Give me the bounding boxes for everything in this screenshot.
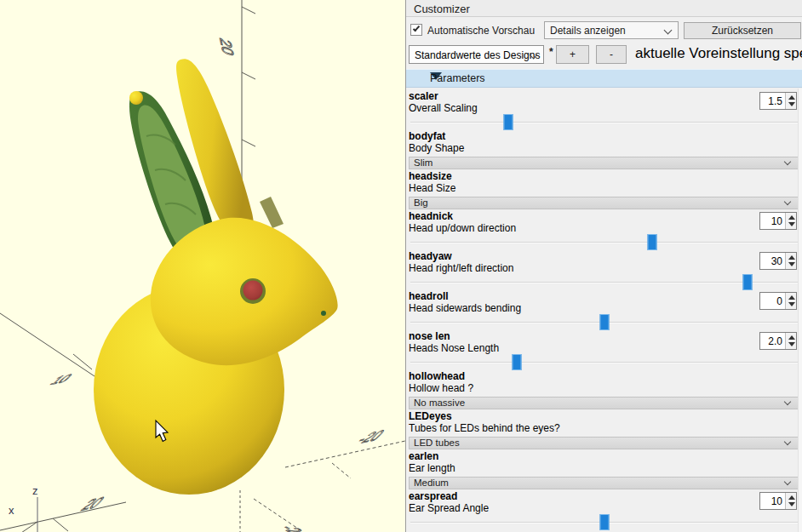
spinbox-value: 30 — [771, 255, 782, 267]
vertical-scrollbar[interactable] — [798, 89, 802, 532]
slider-track — [410, 122, 798, 123]
param-description: Head up/down direction — [409, 222, 799, 234]
dropdown-value: Slim — [414, 157, 433, 168]
details-select[interactable]: Details anzeigen — [544, 21, 679, 39]
param-name: bodyfat — [409, 131, 799, 142]
param-description: Head sidewards bending — [409, 302, 799, 314]
bunny-nose-dot — [321, 311, 326, 316]
param-name: headyaw — [409, 251, 799, 262]
earspread-spinbox[interactable]: 10 — [759, 492, 797, 510]
param-name: hollowhead — [409, 371, 799, 382]
scaler-spinbox[interactable]: 1.5 — [759, 92, 797, 110]
slider-handle[interactable] — [600, 514, 610, 530]
param-name: scaler — [409, 91, 799, 102]
dropdown-value: LED tubes — [414, 438, 460, 448]
spinbox-value: 2.0 — [768, 335, 782, 347]
param-headnick: headnick Head up/down direction 10 — [406, 209, 802, 249]
param-bodyfat: bodyfat Body Shape Slim — [406, 129, 802, 169]
spin-down-icon[interactable] — [788, 102, 795, 106]
spin-down-icon[interactable] — [788, 502, 795, 506]
headroll-slider[interactable] — [409, 314, 799, 329]
preset-select[interactable]: Standardwerte des Designs — [409, 45, 544, 64]
remove-preset-button[interactable]: - — [596, 45, 627, 64]
param-scaler: scaler Overall Scaling 1.5 — [406, 89, 802, 129]
openscad-customizer-window: 20 20 10 -20 -20 z x — [0, 0, 802, 532]
spin-up-icon[interactable] — [788, 295, 795, 300]
spin-down-icon[interactable] — [788, 302, 795, 306]
headsize-dropdown[interactable]: Big — [409, 197, 799, 209]
nose-len-spinbox[interactable]: 2.0 — [759, 332, 797, 350]
hollowhead-dropdown[interactable]: No massive — [409, 397, 799, 409]
customizer-panel: Customizer Automatische Vorschau Details… — [405, 0, 802, 532]
customizer-titlebar: Customizer — [406, 0, 802, 17]
spin-up-icon[interactable] — [788, 335, 795, 340]
chevron-down-icon — [784, 438, 791, 445]
spin-down-icon[interactable] — [788, 262, 795, 266]
reset-button[interactable]: Zurücksetzen — [684, 22, 801, 39]
3d-scene: 20 20 10 -20 -20 z x — [0, 0, 405, 532]
earspread-slider[interactable] — [409, 514, 799, 529]
ear-gap-shadow — [260, 197, 284, 228]
details-select-value: Details anzeigen — [550, 25, 626, 37]
headnick-spinbox[interactable]: 10 — [759, 212, 797, 230]
axis-label-right-dashed: -20 — [353, 426, 389, 447]
chevron-down-icon — [784, 478, 791, 485]
spin-up-icon[interactable] — [788, 215, 795, 220]
spin-up-icon[interactable] — [788, 255, 795, 260]
spinbox-value: 0 — [776, 295, 782, 307]
slider-track — [410, 362, 798, 363]
bodyfat-dropdown[interactable]: Slim — [409, 157, 799, 169]
preset-toolbar: Standardwerte des Designs * + - aktuelle… — [409, 45, 800, 66]
param-description: Head Size — [409, 182, 799, 194]
parameters-header-label: Parameters — [430, 72, 485, 84]
panel-title: Customizer — [414, 3, 470, 15]
earlen-dropdown[interactable]: Medium — [409, 477, 799, 489]
headnick-slider[interactable] — [409, 234, 799, 249]
dropdown-value: No massive — [414, 398, 465, 408]
spinbox-value: 10 — [771, 495, 782, 507]
preset-select-value: Standardwerte des Designs — [415, 49, 540, 61]
auto-preview-label: Automatische Vorschau — [427, 25, 535, 37]
param-description: Head right/left direction — [409, 262, 799, 274]
spin-down-icon[interactable] — [788, 222, 795, 226]
param-description: Heads Nose Length — [409, 342, 799, 354]
scaler-slider[interactable] — [409, 114, 799, 129]
checkmark-icon — [413, 25, 420, 32]
param-nose-len: nose len Heads Nose Length 2.0 — [406, 329, 802, 369]
chevron-down-icon — [664, 26, 673, 35]
chevron-down-icon — [784, 398, 791, 405]
param-name: headsize — [409, 171, 799, 182]
param-name: earspread — [409, 491, 799, 502]
headroll-spinbox[interactable]: 0 — [759, 292, 797, 310]
3d-viewport-canvas[interactable]: 20 20 10 -20 -20 z x — [0, 0, 405, 532]
spin-down-icon[interactable] — [788, 342, 795, 346]
origin-x-label: x — [9, 504, 14, 517]
param-description: Tubes for LEDs behind the eyes? — [409, 422, 799, 434]
origin-axis-letters: z x — [9, 484, 38, 517]
param-hollowhead: hollowhead Hollow head ? No massive — [406, 369, 802, 409]
spinbox-value: 10 — [771, 215, 782, 227]
auto-preview-checkbox[interactable] — [410, 24, 422, 36]
ear-tip-ball — [129, 91, 143, 105]
headyaw-spinbox[interactable]: 30 — [759, 252, 797, 270]
param-earspread: earspread Ear Spread Angle 10 — [406, 489, 802, 529]
spin-up-icon[interactable] — [788, 495, 795, 500]
nose-len-slider[interactable] — [409, 354, 799, 369]
save-preset-button[interactable]: aktuelle Voreinstellung speiche — [635, 45, 802, 66]
parameters-section-header[interactable]: Parameters — [406, 69, 802, 88]
param-headsize: headsize Head Size Big — [406, 169, 802, 209]
bunny-model — [94, 59, 338, 495]
slider-track — [410, 242, 798, 243]
spinbox-value: 1.5 — [768, 95, 782, 107]
dropdown-value: Big — [414, 197, 428, 208]
ledeyes-dropdown[interactable]: LED tubes — [409, 437, 799, 449]
param-description: Ear length — [409, 462, 799, 474]
axis-label-top: 20 — [216, 37, 238, 58]
dropdown-value: Medium — [414, 478, 449, 488]
chevron-down-icon — [784, 158, 791, 165]
add-preset-button[interactable]: + — [556, 45, 589, 64]
headyaw-slider[interactable] — [409, 274, 799, 289]
param-description: Overall Scaling — [409, 102, 799, 114]
spin-up-icon[interactable] — [788, 95, 795, 100]
param-headyaw: headyaw Head right/left direction 30 — [406, 249, 802, 289]
